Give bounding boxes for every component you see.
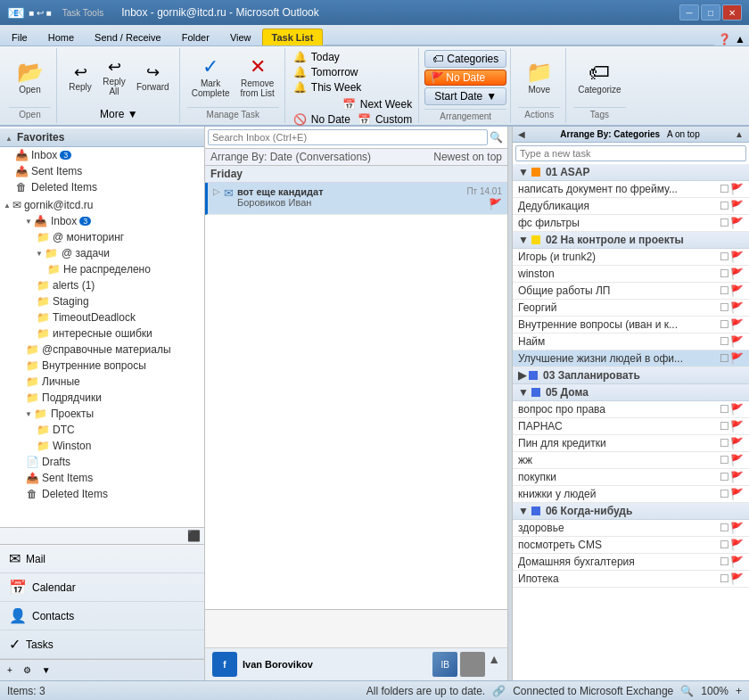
nav-options-button[interactable]: ▼ (37, 663, 55, 678)
task-item[interactable]: Общие работы ЛП ☐ 🚩 (513, 283, 749, 300)
task-flag-icon[interactable]: 🚩 (730, 217, 744, 229)
task-flag-icon[interactable]: 🚩 (730, 522, 744, 534)
mail-nav-button[interactable]: ✉ Mail (0, 545, 204, 573)
task-item[interactable]: winston ☐ 🚩 (513, 266, 749, 283)
task-check-icon[interactable]: ☐ (720, 318, 729, 331)
expand-ribbon-icon[interactable]: ▲ (735, 33, 745, 45)
task-item[interactable]: Игорь (и trunk2) ☐ 🚩 (513, 249, 749, 266)
task-flag-icon[interactable]: 🚩 (730, 437, 744, 449)
more-respond-button[interactable]: More ▼ (95, 105, 143, 123)
category-planned[interactable]: ▶ 03 Запланировать (513, 367, 749, 384)
next-week-followup[interactable]: 📅 Next Week (340, 97, 415, 111)
task-flag-icon[interactable]: 🚩 (730, 556, 744, 568)
task-item[interactable]: Найм ☐ 🚩 (513, 334, 749, 350)
category-someday[interactable]: ▼ 06 Когда-нибудь (513, 503, 749, 520)
start-date-button[interactable]: Start Date ▼ (424, 87, 506, 105)
reply-button[interactable]: ↩ Reply (64, 50, 96, 105)
task-collapse-icon[interactable]: ◀ (518, 129, 525, 139)
zoom-in-button[interactable]: + (736, 685, 742, 697)
custom-followup[interactable]: 📅 Custom (355, 112, 415, 127)
task-check-icon[interactable]: ☐ (720, 217, 729, 229)
task-check-icon[interactable]: ☐ (720, 539, 729, 551)
reply-all-button[interactable]: ↩ ReplyAll (98, 50, 130, 105)
sidebar-item-sent[interactable]: 📤 Sent Items (0, 470, 204, 486)
add-folder-button[interactable]: + (3, 663, 17, 678)
remove-from-list-button[interactable]: ✕ Removefrom List (236, 50, 279, 105)
task-flag-icon[interactable]: 🚩 (730, 488, 744, 500)
task-item[interactable]: Пин для кредитки ☐ 🚩 (513, 435, 749, 452)
sidebar-item-favorites-inbox[interactable]: 📥 Inbox 3 (0, 147, 204, 163)
task-flag-icon[interactable]: 🚩 (730, 454, 744, 466)
task-check-icon[interactable]: ☐ (720, 268, 729, 280)
task-check-icon[interactable]: ☐ (720, 335, 729, 348)
task-item[interactable]: фс фильтры ☐ 🚩 (513, 215, 749, 232)
task-check-icon[interactable]: ☐ (720, 403, 729, 416)
sidebar-item-staging[interactable]: 📁 Staging (0, 293, 204, 309)
message-flag-icon[interactable]: 🚩 (489, 198, 502, 210)
task-check-icon[interactable]: ☐ (720, 352, 729, 365)
task-item[interactable]: Внутренние вопросы (иван и к... ☐ 🚩 (513, 317, 749, 334)
today-followup[interactable]: 🔔 Today (291, 50, 415, 64)
task-item[interactable]: покупки ☐ 🚩 (513, 469, 749, 486)
new-task-input[interactable] (515, 145, 746, 161)
task-check-icon[interactable]: ☐ (720, 556, 729, 568)
task-flag-icon[interactable]: 🚩 (730, 318, 744, 331)
open-button[interactable]: 📂 Open (12, 50, 48, 105)
task-check-icon[interactable]: ☐ (720, 454, 729, 466)
sidebar-item-favorites-sent[interactable]: 📤 Sent Items (0, 163, 204, 179)
sidebar-item-monitoring[interactable]: 📁 @ мониторинг (0, 229, 204, 245)
task-item[interactable]: Домашняя бухгалтерия ☐ 🚩 (513, 554, 749, 571)
task-item[interactable]: посмотреть CMS ☐ 🚩 (513, 537, 749, 554)
task-flag-icon[interactable]: 🚩 (730, 403, 744, 416)
categorize-button[interactable]: 🏷 Categorize (573, 50, 625, 105)
category-home[interactable]: ▼ 05 Дома (513, 384, 749, 401)
task-item[interactable]: Дедубликация ☐ 🚩 (513, 198, 749, 215)
task-flag-icon[interactable]: 🚩 (730, 471, 744, 483)
tasks-nav-button[interactable]: ✓ Tasks (0, 630, 204, 659)
category-asap[interactable]: ▼ 01 ASAP (513, 164, 749, 181)
sidebar-item-unassigned[interactable]: 📁 Не распределено (0, 261, 204, 277)
tab-folder[interactable]: Folder (172, 29, 219, 45)
tab-file[interactable]: File (2, 29, 37, 45)
maximize-button[interactable]: □ (701, 4, 720, 21)
sidebar-item-internal[interactable]: 📁 Внутренние вопросы (0, 358, 204, 374)
task-flag-icon[interactable]: 🚩 (730, 539, 744, 551)
sidebar-item-contractors[interactable]: 📁 Подрядчики (0, 390, 204, 406)
tab-task-list[interactable]: Task List (262, 29, 324, 45)
sidebar-item-reference[interactable]: 📁 @справочные материалы (0, 342, 204, 358)
task-check-icon[interactable]: ☐ (720, 251, 729, 263)
close-button[interactable]: ✕ (722, 4, 742, 21)
calendar-nav-button[interactable]: 📅 Calendar (0, 573, 204, 602)
task-check-icon[interactable]: ☐ (720, 200, 729, 212)
sidebar-item-interesting[interactable]: 📁 интересные ошибки (0, 325, 204, 342)
this-week-followup[interactable]: 🔔 This Week (291, 80, 415, 95)
sidebar-item-drafts[interactable]: 📄 Drafts (0, 454, 204, 470)
sidebar-item-favorites-deleted[interactable]: 🗑 Deleted Items (0, 179, 204, 195)
task-check-icon[interactable]: ☐ (720, 183, 729, 195)
task-flag-icon[interactable]: 🚩 (730, 200, 744, 212)
help-icon[interactable]: ❓ (718, 33, 731, 45)
window-controls[interactable]: ─ □ ✕ (679, 4, 742, 21)
task-item[interactable]: здоровье ☐ 🚩 (513, 520, 749, 537)
task-flag-icon[interactable]: 🚩 (730, 301, 744, 314)
sidebar-item-personal[interactable]: 📁 Личные (0, 374, 204, 390)
forward-button[interactable]: ↪ Forward (132, 50, 174, 105)
task-item[interactable]: ПАРНАС ☐ 🚩 (513, 418, 749, 435)
account-header[interactable]: ▲ ✉ gornik@itcd.ru (0, 197, 204, 213)
task-check-icon[interactable]: ☐ (720, 488, 729, 500)
task-check-icon[interactable]: ☐ (720, 301, 729, 314)
folder-settings-button[interactable]: ⚙ (19, 663, 36, 678)
task-item[interactable]: Ипотека ☐ 🚩 (513, 571, 749, 588)
sidebar-item-deleted[interactable]: 🗑 Deleted Items (0, 486, 204, 502)
tab-home[interactable]: Home (38, 29, 84, 45)
task-check-icon[interactable]: ☐ (720, 284, 729, 297)
minimize-button[interactable]: ─ (679, 4, 699, 21)
no-date-followup[interactable]: 🚫 No Date (291, 112, 353, 127)
mark-complete-button[interactable]: ✓ MarkComplete (187, 50, 235, 105)
categories-button[interactable]: 🏷 Categories (424, 50, 506, 68)
search-input[interactable] (208, 129, 488, 145)
category-control[interactable]: ▼ 02 На контроле и проекты (513, 232, 749, 249)
task-check-icon[interactable]: ☐ (720, 437, 729, 449)
sidebar-item-projects[interactable]: ▼ 📁 Проекты (0, 406, 204, 422)
tab-view[interactable]: View (220, 29, 261, 45)
